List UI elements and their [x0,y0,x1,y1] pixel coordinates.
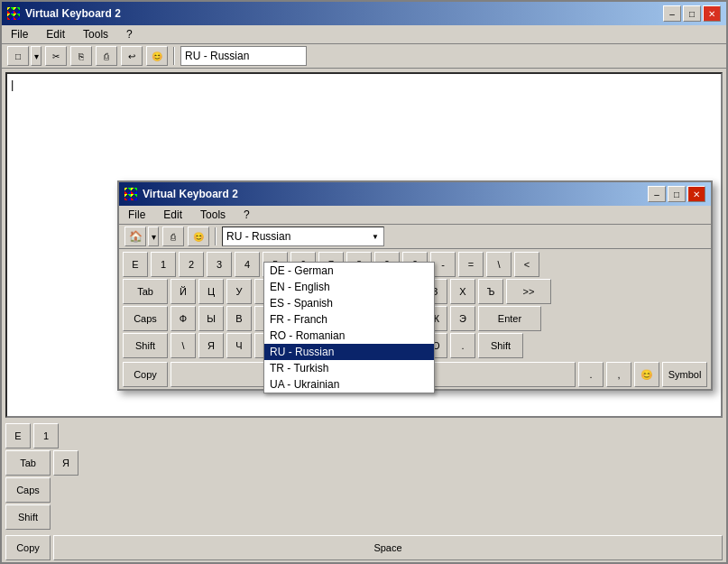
inner-key-j[interactable]: Й [170,279,196,304]
dropdown-item-es[interactable]: ES - Spanish [264,295,434,311]
inner-bottom-copy[interactable]: Copy [123,362,168,387]
inner-key-dot[interactable]: . [450,333,475,358]
inner-key-shift-right[interactable]: Shift [478,333,523,358]
outer-key-shift[interactable]: Shift [5,504,51,530]
inner-key-y[interactable]: Ы [198,306,224,331]
outer-key-row-2: Tab Я [5,450,723,476]
inner-bottom-symbol[interactable]: Symbol [662,362,707,387]
inner-key-c[interactable]: Ц [198,279,224,304]
inner-menu-bar: File Edit Tools ? [119,206,711,225]
inner-new-dropdown[interactable]: ▾ [148,227,159,246]
inner-key-4[interactable]: 4 [235,252,260,277]
inner-bottom-dot1[interactable]: . [578,362,604,387]
dropdown-item-tr[interactable]: TR - Turkish [264,360,434,376]
inner-key-lt[interactable]: < [514,252,539,277]
outer-window-title: Virtual Keyboard 2 [25,7,121,20]
inner-toolbar-separator [215,227,217,245]
outer-undo-button[interactable]: ↩ [121,46,143,66]
outer-key-row-3: Caps [5,477,723,503]
outer-key-ya[interactable]: Я [53,450,78,476]
inner-title-left: Virtual Keyboard 2 [124,188,238,200]
inner-lang-value: RU - Russian [226,230,290,243]
outer-new-button[interactable]: □ [7,46,29,66]
outer-key-caps[interactable]: Caps [5,477,51,503]
dropdown-item-ro[interactable]: RO - Romanian [264,328,434,344]
dropdown-item-ua[interactable]: UA - Ukrainian [264,376,434,393]
inner-close-button[interactable]: ✕ [687,186,705,202]
inner-key-f[interactable]: Ф [170,306,196,331]
outer-key-1[interactable]: 1 [33,423,59,448]
inner-key-e2[interactable]: Э [450,306,475,331]
inner-key-dbl-arrow[interactable]: >> [506,279,551,304]
outer-menu-file[interactable]: File [5,27,33,42]
outer-key-e[interactable]: Е [5,423,31,448]
inner-new-button[interactable]: 🏠 [124,227,146,246]
outer-smiley-button[interactable]: 😊 [146,46,168,66]
inner-key-u[interactable]: У [226,279,252,304]
outer-close-button[interactable]: ✕ [703,5,721,22]
outer-lang-dropdown-container: RU - Russian DE - German EN - English ES… [180,46,307,66]
inner-bottom-smiley[interactable]: 😊 [634,362,659,387]
outer-menu-help[interactable]: ? [121,27,138,42]
inner-key-caps[interactable]: Caps [123,306,168,331]
app-logo-icon [7,7,20,20]
inner-key-ye[interactable]: Е [123,252,148,277]
outer-bottom-copy[interactable]: Copy [5,535,51,560]
inner-key-2[interactable]: 2 [179,252,204,277]
inner-key-3[interactable]: 3 [207,252,232,277]
inner-key-hard[interactable]: Ъ [478,279,503,304]
outer-paste-button[interactable]: ⎙ [96,46,117,66]
inner-toolbar: 🏠 ▾ ⎙ 😊 RU - Russian ▼ [119,225,711,249]
dropdown-item-de[interactable]: DE - German [264,263,434,279]
outer-bottom-space[interactable]: Space [53,535,723,560]
inner-key-equals[interactable]: = [458,252,484,277]
outer-bottom-bar: Copy Space [2,533,726,562]
outer-menu-bar: File Edit Tools ? [2,25,726,44]
dropdown-item-ru[interactable]: RU - Russian [264,344,434,360]
inner-key-1[interactable]: 1 [151,252,176,277]
outer-copy-btn[interactable]: ⎘ [70,46,92,66]
inner-smiley-button[interactable]: 😊 [188,227,209,246]
inner-key-shift-left[interactable]: Shift [123,333,168,358]
outer-lang-select[interactable]: RU - Russian DE - German EN - English ES… [180,46,307,66]
outer-title-bar: Virtual Keyboard 2 – □ ✕ [2,2,726,25]
inner-bottom-dot2[interactable]: , [606,362,631,387]
inner-menu-edit[interactable]: Edit [158,208,188,222]
inner-key-kh[interactable]: Х [450,279,475,304]
inner-key-tab[interactable]: Tab [123,279,168,304]
outer-key-row-1: Е 1 [5,423,723,448]
inner-lang-dropdown-container[interactable]: RU - Russian ▼ [222,227,384,246]
inner-menu-tools[interactable]: Tools [195,208,231,222]
outer-toolbar-separator [173,47,175,65]
outer-menu-tools[interactable]: Tools [78,27,114,42]
dropdown-item-en[interactable]: EN - English [264,279,434,295]
outer-menu-edit[interactable]: Edit [41,27,70,42]
outer-cut-button[interactable]: ✂ [45,46,67,66]
inner-menu-help[interactable]: ? [238,208,255,222]
inner-menu-file[interactable]: File [123,208,151,222]
inner-key-ch[interactable]: Ч [226,333,252,358]
outer-minimize-button[interactable]: – [663,5,681,22]
outer-new-dropdown[interactable]: ▾ [31,46,41,66]
inner-window: Virtual Keyboard 2 – □ ✕ File Edit Tools… [117,180,713,391]
inner-key-ya2[interactable]: Я [198,333,224,358]
outer-key-tab[interactable]: Tab [5,450,51,476]
inner-key-enter[interactable]: Enter [478,306,541,331]
inner-title-buttons: – □ ✕ [648,186,705,202]
inner-lang-arrow-icon: ▼ [372,233,379,241]
inner-minimize-button[interactable]: – [648,186,666,202]
outer-title-left: Virtual Keyboard 2 [7,7,121,20]
inner-key-backslash[interactable]: \ [486,252,511,277]
inner-key-v[interactable]: В [226,306,252,331]
inner-window-title: Virtual Keyboard 2 [143,188,238,200]
inner-maximize-button[interactable]: □ [668,186,686,202]
outer-maximize-button[interactable]: □ [683,5,701,22]
inner-title-bar: Virtual Keyboard 2 – □ ✕ [119,182,711,206]
inner-app-logo-icon [124,188,137,200]
dropdown-item-fr[interactable]: FR - Franch [264,311,434,328]
inner-key-bs[interactable]: \ [170,333,196,358]
inner-paste-button[interactable]: ⎙ [162,227,184,246]
inner-lang-select-display[interactable]: RU - Russian ▼ [222,227,384,246]
outer-title-buttons: – □ ✕ [663,5,721,22]
outer-toolbar: □ ▾ ✂ ⎘ ⎙ ↩ 😊 RU - Russian DE - German E… [2,44,726,69]
